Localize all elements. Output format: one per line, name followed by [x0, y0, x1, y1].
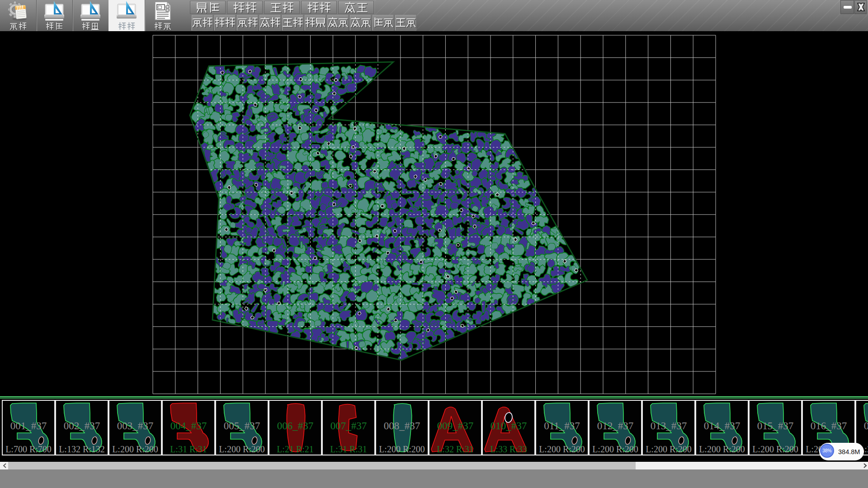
svg-text:L:200 R:200: L:200 R:200	[112, 444, 158, 454]
svg-text:L:200 R:200: L:200 R:200	[646, 444, 692, 454]
svg-text:L:200 R:200: L:200 R:200	[592, 444, 638, 454]
svg-text:004_#37: 004_#37	[170, 420, 207, 432]
svg-text:006_#37: 006_#37	[277, 420, 314, 432]
svg-text:L:33 R:33: L:33 R:33	[490, 444, 527, 454]
svg-text:L:32 R:31: L:32 R:31	[437, 444, 474, 454]
svg-text:L:200 R:200: L:200 R:200	[539, 444, 585, 454]
svg-text:003_#37: 003_#37	[117, 420, 154, 432]
svg-text:L:200 R:200: L:200 R:200	[699, 444, 745, 454]
svg-text:L:132 R:132: L:132 R:132	[59, 444, 105, 454]
svg-text:013_#37: 013_#37	[651, 420, 687, 432]
svg-text:016_#37: 016_#37	[811, 420, 847, 432]
svg-text:014_#37: 014_#37	[704, 420, 741, 432]
svg-text:L:200 R:200: L:200 R:200	[219, 444, 265, 454]
svg-text:015_#37: 015_#37	[757, 420, 794, 432]
svg-text:L:31 R:31: L:31 R:31	[330, 444, 367, 454]
svg-text:L:700 R:700: L:700 R:700	[5, 444, 52, 454]
svg-text:012_#37: 012_#37	[597, 420, 634, 432]
svg-text:001_#37: 001_#37	[10, 420, 47, 432]
svg-text:002_#37: 002_#37	[64, 420, 100, 432]
svg-text:010_#37: 010_#37	[491, 420, 527, 432]
svg-text:005_#37: 005_#37	[224, 420, 260, 432]
svg-text:011_#37: 011_#37	[544, 420, 580, 432]
svg-text:017_#37: 017_#37	[864, 420, 868, 432]
svg-text:007_#37: 007_#37	[330, 420, 367, 432]
svg-text:009_#37: 009_#37	[437, 420, 474, 432]
svg-text:L:200 R:200: L:200 R:200	[379, 444, 425, 454]
svg-text:008_#37: 008_#37	[384, 420, 420, 432]
svg-text:L:200 R:200: L:200 R:200	[752, 444, 798, 454]
svg-text:L:21 R:21: L:21 R:21	[277, 444, 314, 454]
svg-text:L:31 R:31: L:31 R:31	[170, 444, 207, 454]
